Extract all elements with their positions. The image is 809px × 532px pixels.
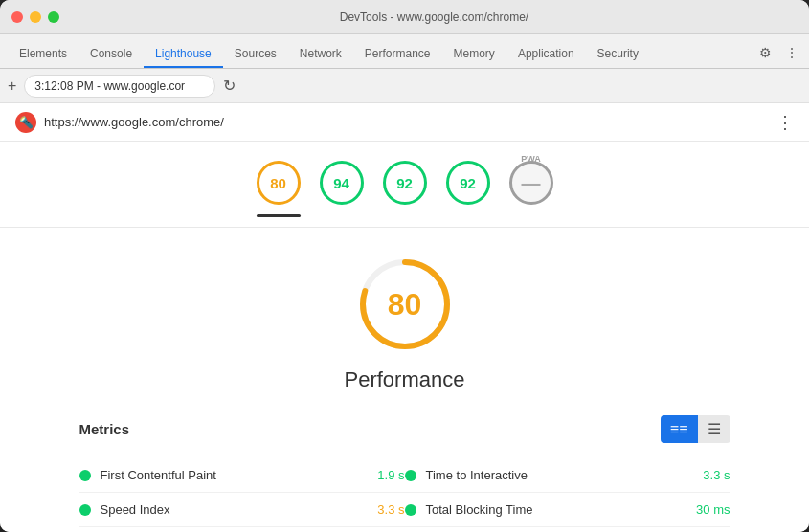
score-tab-best-practices[interactable]: 92: [383, 161, 427, 217]
settings-icon[interactable]: ⚙: [755, 43, 775, 62]
fcp-indicator: [79, 470, 91, 481]
score-tabs: 80 94 92 92 PWA: [0, 142, 809, 228]
tab-console[interactable]: Console: [79, 41, 144, 68]
tab-icons: ⚙ ⋮: [755, 43, 801, 68]
metric-row-si: Speed Index 3.3 s: [79, 493, 405, 527]
tab-memory[interactable]: Memory: [442, 41, 506, 68]
new-tab-button[interactable]: +: [8, 78, 16, 95]
score-tab-seo[interactable]: 92: [446, 161, 490, 217]
metric-row-tbt: Total Blocking Time 30 ms: [405, 493, 730, 527]
window-controls: [11, 11, 59, 23]
tab-lighthouse[interactable]: Lighthouse: [144, 41, 223, 68]
more-icon[interactable]: ⋮: [782, 43, 801, 62]
more-options-icon[interactable]: ⋮: [776, 112, 794, 133]
metrics-title: Metrics: [79, 421, 130, 437]
metric-row-fcp: First Contentful Paint 1.9 s: [79, 458, 405, 493]
si-name: Speed Index: [101, 502, 369, 517]
minimize-button[interactable]: [30, 11, 41, 23]
main-content: 80 94 92 92 PWA: [0, 142, 809, 532]
title-bar: DevTools - www.google.com/chrome/: [0, 0, 809, 34]
score-circle-best-practices: 92: [383, 161, 427, 205]
score-tab-accessibility[interactable]: 94: [320, 161, 364, 217]
metric-row-cls: Cumulative Layout Shift 0: [405, 527, 730, 532]
metrics-grid: First Contentful Paint 1.9 s Time to Int…: [79, 458, 730, 532]
tti-value: 3.3 s: [703, 468, 730, 482]
fcp-value: 1.9 s: [377, 468, 404, 482]
lighthouse-bar: 🔦 https://www.google.com/chrome/ ⋮: [0, 103, 809, 142]
score-circle-accessibility: 94: [320, 161, 364, 205]
list-view-button[interactable]: ☰: [698, 415, 730, 443]
si-indicator: [79, 504, 91, 516]
score-tab-pwa[interactable]: PWA —: [509, 161, 553, 217]
devtools-window: DevTools - www.google.com/chrome/ Elemen…: [0, 0, 809, 532]
tab-elements[interactable]: Elements: [8, 41, 79, 68]
lighthouse-icon: 🔦: [15, 112, 36, 133]
maximize-button[interactable]: [48, 11, 59, 23]
window-title: DevTools - www.google.com/chrome/: [71, 11, 798, 24]
refresh-button[interactable]: ↻: [223, 77, 236, 95]
performance-section: 80 Performance Metrics ≡≡ ☰ First Conten…: [0, 228, 809, 532]
tab-security[interactable]: Security: [586, 41, 650, 68]
lighthouse-url: https://www.google.com/chrome/: [44, 115, 224, 129]
performance-title: Performance: [345, 367, 465, 392]
tti-indicator: [405, 470, 416, 481]
tbt-indicator: [405, 504, 416, 516]
pwa-label: PWA: [521, 154, 541, 164]
address-bar: + 3:12:08 PM - www.google.cor ↻: [0, 69, 809, 103]
address-value: 3:12:08 PM - www.google.cor: [34, 79, 185, 93]
tbt-value: 30 ms: [696, 502, 730, 517]
address-input[interactable]: 3:12:08 PM - www.google.cor: [24, 75, 215, 98]
tti-name: Time to Interactive: [426, 468, 694, 482]
tab-sources[interactable]: Sources: [223, 41, 288, 68]
fcp-name: First Contentful Paint: [101, 468, 369, 482]
close-button[interactable]: [11, 11, 23, 23]
score-circle-seo: 92: [446, 161, 490, 205]
si-value: 3.3 s: [377, 502, 404, 517]
metric-row-tti: Time to Interactive 3.3 s: [405, 458, 730, 493]
tab-application[interactable]: Application: [506, 41, 586, 68]
score-circle-pwa: PWA —: [509, 161, 553, 205]
tab-performance[interactable]: Performance: [353, 41, 442, 68]
tbt-name: Total Blocking Time: [426, 502, 687, 517]
score-tab-performance[interactable]: 80: [257, 161, 301, 217]
metrics-view-buttons: ≡≡ ☰: [661, 415, 730, 443]
performance-score-number: 80: [388, 287, 422, 322]
tabs-bar: Elements Console Lighthouse Sources Netw…: [0, 34, 809, 69]
active-tab-indicator: [257, 214, 301, 217]
performance-score-ring: 80: [357, 256, 453, 352]
tab-network[interactable]: Network: [288, 41, 353, 68]
metric-row-lcp: Largest Contentful Paint 4.8 s: [79, 527, 405, 532]
score-circle-performance: 80: [257, 161, 301, 205]
metrics-header: Metrics ≡≡ ☰: [79, 415, 730, 443]
metrics-container: Metrics ≡≡ ☰ First Contentful Paint 1.9 …: [79, 415, 730, 532]
grid-view-button[interactable]: ≡≡: [661, 415, 698, 443]
